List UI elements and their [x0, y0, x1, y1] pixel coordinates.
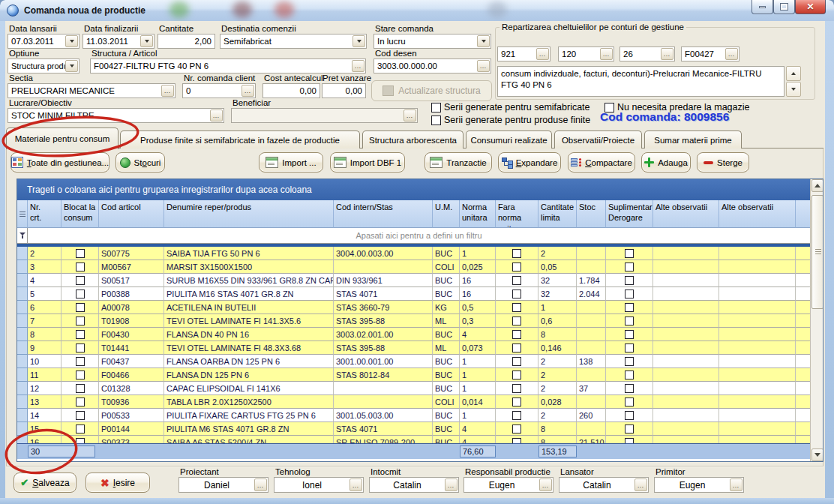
blocat-la-consum-checkbox[interactable]	[76, 303, 85, 312]
tab-produse-finite-si-semifabricat[interactable]: Produse finite si semifabricate in fazel…	[120, 130, 360, 148]
table-row[interactable]: 6A00078ACETILENA IN BUTELIISTAS 3660-79K…	[17, 301, 810, 314]
fara-norma-unitara-checkbox[interactable]	[512, 384, 521, 393]
chevron-down-icon[interactable]	[65, 60, 78, 72]
footer-field-responsabil-productie[interactable]: Eugen…	[464, 477, 554, 493]
ellipsis-button[interactable]: …	[352, 60, 364, 72]
fara-norma-unitara-checkbox[interactable]	[512, 290, 521, 298]
row-indicator[interactable]	[17, 301, 28, 314]
adauga-button[interactable]: Adauga	[641, 152, 691, 172]
table-row[interactable]: 7T01908TEVI OTEL LAMINATE FI 141.3X5.6ST…	[17, 314, 810, 328]
chevron-down-icon[interactable]	[140, 35, 153, 47]
table-row[interactable]: 13T00936TABLA LBR 2.0X1250X2500COLI0,014…	[17, 395, 810, 409]
fara-norma-unitara-checkbox[interactable]	[512, 330, 521, 339]
ellipsis-button[interactable]: …	[161, 85, 174, 97]
suplimentare-derogare-checkbox[interactable]	[625, 384, 634, 393]
stare-field[interactable]: In lucru	[374, 34, 491, 49]
maximize-button[interactable]	[773, 0, 795, 14]
table-row[interactable]: 2S00775SAIBA TIJA FTG 50 PN 63004.00.003…	[17, 247, 810, 260]
table-row[interactable]: 12C01328CAPAC ELIPSOIDAL FI 141X6BUC1237	[17, 382, 810, 395]
column-header-den[interactable]: Denumire reper/produs	[164, 200, 334, 228]
toate-button[interactable]: Toate din gestiunea...	[10, 152, 110, 172]
row-indicator[interactable]	[17, 355, 28, 368]
row-indicator[interactable]	[17, 328, 28, 341]
suplimentare-derogare-checkbox[interactable]	[625, 411, 634, 420]
tab-materiale-pentru-consum[interactable]: Materiale pentru consum	[6, 128, 118, 149]
iesire-button[interactable]: ✖Iesire	[86, 472, 150, 493]
cont-120-field[interactable]: 120 …	[558, 46, 614, 62]
blocat-la-consum-checkbox[interactable]	[76, 262, 85, 272]
sectia-field[interactable]: PRELUCRARI MECANICE …	[8, 83, 176, 98]
column-header-fara-norma-unitara[interactable]: Fara norma unitara	[496, 200, 538, 228]
ellipsis-button[interactable]: …	[725, 48, 738, 60]
expandare-button[interactable]: Expandare	[498, 152, 561, 172]
footer-field-primitor[interactable]: Eugen…	[654, 477, 744, 493]
ellipsis-button[interactable]: …	[210, 110, 223, 122]
optiune-field[interactable]: Structura produs	[8, 58, 80, 74]
fara-norma-unitara-checkbox[interactable]	[512, 438, 521, 444]
blocat-la-consum-checkbox[interactable]	[76, 316, 85, 326]
tab-consumuri-realizate[interactable]: Consumuri realizate	[466, 130, 552, 148]
blocat-la-consum-checkbox[interactable]	[76, 290, 85, 298]
blocat-la-consum-checkbox[interactable]	[76, 330, 85, 339]
ellipsis-button[interactable]: …	[730, 478, 742, 491]
blocat-la-consum-checkbox[interactable]	[76, 411, 85, 420]
fara-norma-unitara-checkbox[interactable]	[512, 424, 521, 434]
chevron-down-icon[interactable]	[477, 35, 490, 47]
ellipsis-button[interactable]: …	[600, 48, 613, 60]
cost-antecalcul-field[interactable]: 0,00	[262, 83, 320, 98]
tab-observatii-proiecte[interactable]: Observatii/Proiecte	[554, 130, 642, 148]
suplimentare-derogare-checkbox[interactable]	[625, 276, 634, 285]
footer-field-intocmit[interactable]: Catalin…	[369, 477, 459, 493]
fara-norma-unitara-checkbox[interactable]	[512, 398, 521, 406]
lucrare-field[interactable]: STOC MINIM FILTRE …	[8, 108, 224, 123]
blocat-la-consum-checkbox[interactable]	[76, 276, 85, 285]
row-indicator[interactable]	[17, 287, 28, 301]
column-header-blocat-la-consum[interactable]: Blocat la consum	[62, 200, 99, 228]
ellipsis-button[interactable]: …	[539, 478, 552, 491]
filter-row-indicator[interactable]	[17, 228, 28, 244]
blocat-la-consum-checkbox[interactable]	[76, 249, 85, 258]
column-header-obs1[interactable]: Alte observatii	[653, 200, 719, 228]
suplimentare-derogare-checkbox[interactable]	[625, 357, 634, 366]
row-indicator[interactable]	[17, 341, 28, 355]
cod-desen-field[interactable]: 3003.00.000.00 …	[374, 58, 491, 74]
table-row[interactable]: 8F00430FLANSA DN 40 PN 163003.02.001.00B…	[17, 328, 810, 341]
column-header-stoc[interactable]: Stoc	[577, 200, 606, 228]
suplimentare-derogare-checkbox[interactable]	[625, 303, 634, 312]
compactare-button[interactable]: Compactare	[568, 152, 635, 172]
footer-field-lansator[interactable]: Catalin…	[559, 477, 649, 493]
cont-26-field[interactable]: 26 …	[620, 46, 675, 62]
tranzactie-button[interactable]: Tranzactie	[424, 152, 492, 172]
data-finalizarii-field[interactable]: 11.03.2011	[82, 34, 154, 49]
suplimentare-derogare-checkbox[interactable]	[625, 249, 634, 258]
row-indicator[interactable]	[17, 436, 28, 443]
ellipsis-button[interactable]: …	[634, 478, 647, 491]
suplimentare-derogare-checkbox[interactable]	[625, 290, 634, 298]
table-row[interactable]: 14P00533PIULITA FIXARE CARTUS FTG 25 PN …	[17, 409, 810, 422]
vertical-scrollbar[interactable]	[810, 179, 824, 461]
ellipsis-button[interactable]: …	[350, 478, 362, 491]
title-bar[interactable]: Comanda noua de productie ✕	[0, 0, 834, 22]
suplimentare-derogare-checkbox[interactable]	[625, 424, 634, 434]
column-header-cod[interactable]: Cod articol	[99, 200, 164, 228]
table-row[interactable]: 16S00373SAIBA A6 STAS 5200/4 ZNSR EN ISO…	[17, 436, 810, 443]
table-row[interactable]: 3M00567MARSIT 3X1500X1500COLI0,0250,05	[17, 260, 810, 274]
data-lansarii-field[interactable]: 07.03.2011	[8, 34, 80, 49]
minimize-button[interactable]	[752, 0, 773, 14]
ellipsis-button[interactable]: …	[477, 60, 490, 72]
suplimentare-derogare-checkbox[interactable]	[625, 438, 634, 444]
scroll-down-button[interactable]	[786, 82, 801, 97]
cantitate-field[interactable]: 2,00	[158, 34, 215, 49]
footer-field-tehnolog[interactable]: Ionel…	[274, 477, 364, 493]
row-indicator[interactable]	[17, 368, 28, 382]
close-button[interactable]: ✕	[795, 0, 826, 14]
fara-norma-unitara-checkbox[interactable]	[512, 344, 521, 352]
blocat-la-consum-checkbox[interactable]	[76, 398, 85, 406]
suplimentare-derogare-checkbox[interactable]	[625, 330, 634, 339]
structura-field[interactable]: F00427-FILTRU FTG 40 PN 6 …	[90, 58, 366, 74]
suplimentare-derogare-checkbox[interactable]	[625, 370, 634, 380]
row-indicator[interactable]	[17, 260, 28, 274]
cont-921-field[interactable]: 921 …	[497, 46, 550, 62]
table-row[interactable]: 9T01441TEVI OTEL LAMINATE FI 48.3X3.68ST…	[17, 341, 810, 355]
chevron-down-icon[interactable]	[65, 35, 78, 47]
